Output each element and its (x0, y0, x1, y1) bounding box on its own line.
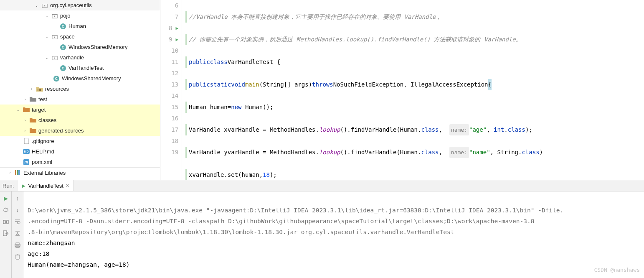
line-num: 15 (171, 102, 178, 113)
svg-point-1 (44, 5, 46, 6)
tree-target[interactable]: ⌄ target (0, 105, 160, 115)
library-icon (14, 169, 22, 176)
camera-icon[interactable] (2, 217, 10, 226)
scroll-icon[interactable] (13, 229, 22, 237)
tree-pkg-varhandle[interactable]: ⌄ varhandle (0, 52, 160, 63)
line-num: 6 (175, 0, 178, 11)
rerun-icon[interactable]: ▶ (2, 194, 10, 202)
maven-icon: m (23, 158, 30, 166)
run-toolbar-left: ▶ (0, 191, 12, 278)
run-gutter-icon[interactable]: ▶ (175, 23, 178, 34)
console-out: Human(name=zhangsan, age=18) (28, 261, 129, 268)
close-icon[interactable]: × (66, 182, 69, 189)
tree-test[interactable]: › test (0, 94, 160, 105)
class-icon: C (59, 23, 67, 30)
chevron-down-icon: ⌄ (16, 108, 21, 112)
tree-label: VarHandleTest (68, 65, 104, 71)
run-header: Run: ▶ VarHandleTest × (0, 180, 644, 191)
code-editor[interactable]: 6 7 8▶ 9▶ 10 11 12 13 14 15 16 17 18 19 … (160, 0, 644, 180)
tree-label: External Libraries (23, 170, 66, 176)
tree-extlibs[interactable]: › External Libraries (0, 167, 160, 178)
tree-class-vht[interactable]: C VarHandleTest (0, 63, 160, 73)
code-content[interactable]: //VarHandle 本身不能直接创建对象，它主要用于操作已经存在的对象。要使… (182, 0, 644, 180)
tree-label: classes (38, 117, 56, 123)
tree-label: WindowsSharedMemory (68, 44, 128, 50)
svg-rect-10 (40, 89, 41, 91)
up-icon[interactable]: ↑ (13, 194, 22, 202)
tree-label: space (60, 33, 75, 40)
tree-classes[interactable]: › classes (0, 115, 160, 125)
chevron-down-icon: ⌄ (44, 56, 49, 60)
line-num: 8 (169, 23, 172, 34)
tree-pkg-org-cyl[interactable]: ⌄ org.cyl.spaceutils (0, 0, 160, 10)
print-icon[interactable] (13, 241, 22, 249)
tree-resources[interactable]: › resources (0, 84, 160, 94)
folder-icon (29, 96, 37, 103)
line-num: 18 (171, 135, 178, 147)
console-out: name:zhangsan (28, 240, 75, 246)
down-icon[interactable]: ↓ (13, 206, 22, 214)
chevron-down-icon: ⌄ (44, 14, 49, 18)
watermark: CSDN @nanshaws (594, 265, 640, 275)
svg-point-15 (5, 221, 7, 223)
tree-class-human[interactable]: C Human (0, 21, 160, 31)
comment: //VarHandle 本身不能直接创建对象，它主要用于操作已经存在的对象。要使… (189, 11, 441, 23)
console-cmd: .8-bin\mavenRepository\org\projectlombok… (28, 229, 454, 235)
line-num: 16 (171, 113, 178, 124)
console-cmd: .encoding=UTF-8 -Dsun.stderr.encoding=UT… (28, 218, 534, 224)
package-icon (41, 2, 48, 9)
tree-label: pojo (60, 13, 71, 19)
tree-gensrc[interactable]: › generated-sources (0, 125, 160, 136)
tree-pomxml[interactable]: m pom.xml (0, 157, 160, 167)
tree-label: varhandle (60, 54, 84, 61)
class-icon: C (59, 43, 67, 51)
project-tree[interactable]: ⌄ org.cyl.spaceutils ⌄ pojo C Human ⌄ sp… (0, 0, 160, 180)
resources-icon (36, 85, 43, 93)
tree-class-wsm1[interactable]: C WindowsSharedMemory (0, 42, 160, 52)
chevron-down-icon: ⌄ (44, 35, 49, 39)
gutter[interactable]: 6 7 8▶ 9▶ 10 11 12 13 14 15 16 17 18 19 (160, 0, 182, 180)
chevron-right-icon: › (23, 129, 28, 133)
svg-rect-8 (38, 89, 38, 91)
package-icon (51, 12, 58, 20)
run-panel: Run: ▶ VarHandleTest × ▶ ↑ ↓ D (0, 180, 644, 278)
run-gutter-icon[interactable]: ▶ (175, 34, 178, 45)
chevron-right-icon: › (8, 171, 13, 175)
chevron-right-icon: › (23, 97, 28, 102)
chevron-right-icon: › (23, 118, 28, 122)
line-num: 7 (175, 11, 178, 23)
run-config-icon: ▶ (22, 184, 25, 188)
run-tab-label: VarHandleTest (28, 183, 63, 189)
tree-label: generated-sources (38, 128, 84, 134)
svg-rect-13 (18, 170, 20, 175)
console-cmd: D:\work\jvms_v2.1.5_386\store\jdk21\bin\… (28, 207, 563, 214)
tree-label: WindowsSharedMemory (62, 75, 121, 82)
svg-rect-12 (17, 170, 18, 175)
tree-pkg-space[interactable]: ⌄ space (0, 31, 160, 42)
tree-label: org.cyl.spaceutils (50, 2, 92, 8)
svg-point-7 (54, 57, 56, 59)
tree-helpmd[interactable]: MD HELP.md (0, 146, 160, 157)
line-num: 10 (171, 45, 178, 56)
exit-icon[interactable] (2, 229, 10, 237)
class-icon: C (59, 64, 67, 72)
settings-icon[interactable] (2, 206, 10, 214)
folder-icon (29, 117, 37, 124)
tree-class-wsm2[interactable]: C WindowsSharedMemory (0, 73, 160, 84)
tree-label: HELP.md (32, 148, 54, 155)
run-tab[interactable]: ▶ VarHandleTest × (18, 180, 74, 191)
comment: // 你需要先有一个对象实例，然后通过 MethodHandles.lookup… (189, 34, 522, 45)
param-hint: name: (449, 124, 469, 135)
trash-icon[interactable] (13, 252, 22, 261)
line-num: 12 (171, 68, 178, 79)
run-console[interactable]: D:\work\jvms_v2.1.5_386\store\jdk21\bin\… (23, 191, 644, 278)
param-hint: name: (449, 147, 469, 158)
line-num: 19 (171, 147, 178, 158)
tree-label: resources (45, 86, 69, 92)
markdown-icon: MD (23, 148, 30, 156)
wrap-icon[interactable] (13, 217, 22, 226)
line-num: 11 (171, 56, 178, 68)
chevron-right-icon: › (29, 87, 34, 91)
tree-pkg-pojo[interactable]: ⌄ pojo (0, 10, 160, 21)
tree-gitignore[interactable]: .gitignore (0, 136, 160, 146)
